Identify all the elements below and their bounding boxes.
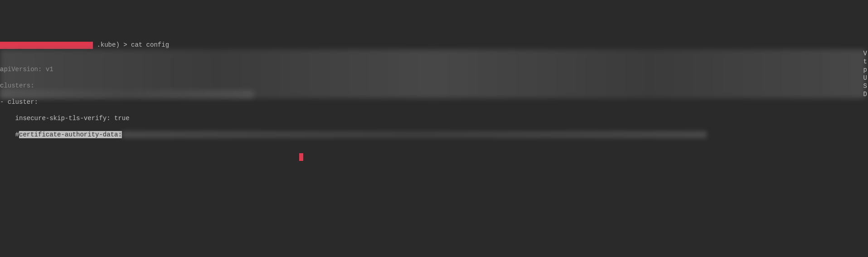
blurred-certificate-authority-data-tail <box>0 90 254 98</box>
prompt-line[interactable]: .kube) > cat config <box>0 41 868 49</box>
command-text: cat config <box>131 41 169 48</box>
output-line: insecure-skip-tls-verify: true <box>0 114 868 122</box>
line-end-char: p <box>863 66 867 74</box>
line-end-char: D <box>863 90 867 98</box>
line-end-char: t <box>863 58 867 66</box>
prompt-path: .kube) > <box>93 41 131 48</box>
line-end-char: U <box>863 74 867 82</box>
cad-value-blurred <box>122 131 707 138</box>
highlighted-cad-key: certificate-authority-data: <box>19 131 122 138</box>
cursor-artifact <box>299 153 303 161</box>
output-line: #certificate-authority-data: <box>0 131 868 139</box>
line-end-char: S <box>863 82 867 90</box>
comment-hash: # <box>0 131 19 138</box>
line-end-char: V <box>863 49 867 58</box>
output-line: - cluster: <box>0 98 868 106</box>
redacted-user-host <box>0 42 93 49</box>
